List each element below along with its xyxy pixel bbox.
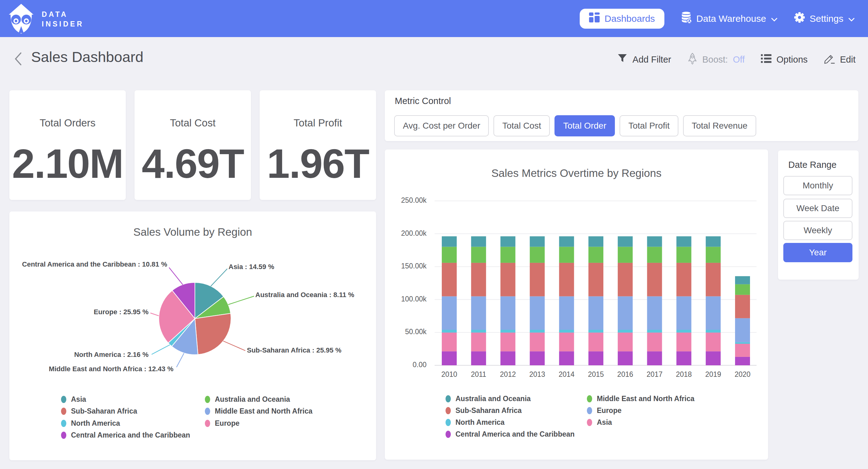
pie-slice-sub-saharan-africa[interactable] [195, 313, 231, 354]
bar-segment-2015-asia[interactable] [588, 332, 603, 351]
bar-segment-2013-central-america-and-the-caribbean[interactable] [530, 351, 545, 365]
bar-segment-2017-australia-and-oceania[interactable] [647, 236, 662, 247]
metric-option-total-cost[interactable]: Total Cost [493, 115, 550, 137]
bar-segment-2017-asia[interactable] [647, 332, 662, 351]
bar-segment-2011-australia-and-oceania[interactable] [471, 236, 486, 247]
bar-segment-2016-central-america-and-the-caribbean[interactable] [618, 351, 632, 365]
bar-segment-2019-middle-east-and-north-africa[interactable] [706, 247, 721, 263]
bar-segment-2019-asia[interactable] [706, 332, 721, 351]
bar-segment-2010-middle-east-and-north-africa[interactable] [442, 247, 457, 263]
legend-item-asia[interactable]: Asia [587, 416, 612, 428]
legend-item-australia-and-oceania[interactable]: Australia and Oceania [205, 393, 290, 405]
bar-segment-2010-sub-saharan-africa[interactable] [442, 263, 457, 296]
bar-segment-2013-asia[interactable] [530, 332, 545, 351]
bar-segment-2020-europe[interactable] [735, 318, 750, 342]
legend-item-asia[interactable]: Asia [61, 393, 86, 405]
edit-button[interactable]: Edit [824, 53, 856, 66]
bar-segment-2019-sub-saharan-africa[interactable] [706, 263, 721, 296]
bar-segment-2011-north-america[interactable] [471, 330, 486, 332]
bar-segment-2019-australia-and-oceania[interactable] [706, 236, 721, 247]
bar-segment-2014-middle-east-and-north-africa[interactable] [559, 247, 574, 263]
bar-segment-2016-asia[interactable] [618, 332, 632, 351]
bar-segment-2012-middle-east-and-north-africa[interactable] [500, 247, 515, 263]
bar-segment-2018-north-america[interactable] [677, 330, 691, 332]
bar-segment-2018-europe[interactable] [677, 296, 691, 330]
bar-segment-2015-australia-and-oceania[interactable] [588, 236, 603, 247]
bar-segment-2016-middle-east-and-north-africa[interactable] [618, 247, 632, 263]
date-range-option-week-date[interactable]: Week Date [783, 199, 852, 218]
bar-segment-2012-australia-and-oceania[interactable] [500, 236, 515, 247]
back-button[interactable] [10, 50, 26, 68]
bar-segment-2020-asia[interactable] [735, 344, 750, 357]
bar-segment-2018-australia-and-oceania[interactable] [677, 236, 691, 247]
metric-option-total-profit[interactable]: Total Profit [620, 115, 678, 137]
metric-option-avg-cost-per-order[interactable]: Avg. Cost per Order [394, 115, 489, 137]
bar-segment-2012-north-america[interactable] [500, 330, 515, 332]
bar-segment-2014-europe[interactable] [559, 296, 574, 330]
bar-segment-2020-north-america[interactable] [735, 342, 750, 344]
bar-segment-2018-central-america-and-the-caribbean[interactable] [677, 351, 691, 365]
date-range-option-year[interactable]: Year [783, 243, 852, 262]
bar-segment-2015-europe[interactable] [588, 296, 603, 330]
bar-segment-2014-central-america-and-the-caribbean[interactable] [559, 351, 574, 365]
nav-data-warehouse[interactable]: Data Warehouse [681, 11, 778, 26]
legend-item-sub-saharan-africa[interactable]: Sub-Saharan Africa [61, 405, 137, 417]
date-range-option-weekly[interactable]: Weekly [783, 221, 852, 240]
bar-segment-2012-asia[interactable] [500, 332, 515, 351]
bar-segment-2011-europe[interactable] [471, 296, 486, 330]
add-filter-button[interactable]: Add Filter [617, 53, 671, 66]
bar-segment-2010-north-america[interactable] [442, 330, 457, 332]
bar-segment-2011-sub-saharan-africa[interactable] [471, 263, 486, 296]
bar-segment-2011-asia[interactable] [471, 332, 486, 351]
legend-item-sub-saharan-africa[interactable]: Sub-Saharan Africa [445, 405, 522, 416]
metric-option-total-order[interactable]: Total Order [555, 115, 615, 137]
bar-segment-2020-sub-saharan-africa[interactable] [735, 295, 750, 318]
bar-segment-2016-europe[interactable] [618, 296, 632, 330]
bar-segment-2010-central-america-and-the-caribbean[interactable] [442, 351, 457, 365]
legend-item-middle-east-and-north-africa[interactable]: Middle East and North Africa [587, 393, 694, 405]
legend-item-europe[interactable]: Europe [587, 405, 621, 416]
nav-dashboards[interactable]: Dashboards [580, 9, 664, 29]
bar-segment-2020-australia-and-oceania[interactable] [735, 276, 750, 284]
bar-segment-2010-europe[interactable] [442, 296, 457, 330]
bar-segment-2019-north-america[interactable] [706, 330, 721, 332]
bar-segment-2020-middle-east-and-north-africa[interactable] [735, 284, 750, 295]
bar-segment-2015-north-america[interactable] [588, 330, 603, 332]
bar-segment-2020-central-america-and-the-caribbean[interactable] [735, 357, 750, 365]
bar-segment-2017-europe[interactable] [647, 296, 662, 330]
bar-segment-2015-sub-saharan-africa[interactable] [588, 263, 603, 296]
bar-segment-2013-middle-east-and-north-africa[interactable] [530, 247, 545, 263]
bar-segment-2017-central-america-and-the-caribbean[interactable] [647, 351, 662, 365]
bar-segment-2012-sub-saharan-africa[interactable] [500, 263, 515, 296]
bar-segment-2013-sub-saharan-africa[interactable] [530, 263, 545, 296]
bar-segment-2019-central-america-and-the-caribbean[interactable] [706, 351, 721, 365]
legend-item-north-america[interactable]: North America [445, 416, 505, 428]
legend-item-central-america-and-the-caribbean[interactable]: Central America and the Caribbean [61, 429, 190, 441]
bar-segment-2010-asia[interactable] [442, 332, 457, 351]
options-button[interactable]: Options [761, 54, 808, 65]
legend-item-central-america-and-the-caribbean[interactable]: Central America and the Caribbean [445, 428, 575, 440]
bar-segment-2017-north-america[interactable] [647, 330, 662, 332]
bar-segment-2015-central-america-and-the-caribbean[interactable] [588, 351, 603, 365]
bar-segment-2014-australia-and-oceania[interactable] [559, 236, 574, 247]
metric-option-total-revenue[interactable]: Total Revenue [683, 115, 756, 137]
bar-segment-2019-europe[interactable] [706, 296, 721, 330]
bar-segment-2014-north-america[interactable] [559, 330, 574, 332]
date-range-option-monthly[interactable]: Monthly [783, 176, 852, 195]
bar-segment-2011-middle-east-and-north-africa[interactable] [471, 247, 486, 263]
legend-item-australia-and-oceania[interactable]: Australia and Oceania [445, 393, 531, 405]
boost-toggle[interactable]: Boost: Off [687, 53, 745, 67]
bar-segment-2018-asia[interactable] [677, 332, 691, 351]
bar-segment-2016-australia-and-oceania[interactable] [618, 236, 632, 247]
bar-segment-2013-australia-and-oceania[interactable] [530, 236, 545, 247]
brand-logo[interactable]: DATA INSIDER [7, 3, 84, 35]
bar-segment-2012-central-america-and-the-caribbean[interactable] [500, 351, 515, 365]
nav-settings[interactable]: Settings [794, 12, 855, 25]
bar-segment-2011-central-america-and-the-caribbean[interactable] [471, 351, 486, 365]
bar-segment-2010-australia-and-oceania[interactable] [442, 236, 457, 247]
bar-segment-2016-sub-saharan-africa[interactable] [618, 263, 632, 296]
legend-item-middle-east-and-north-africa[interactable]: Middle East and North Africa [205, 405, 313, 417]
bar-segment-2016-north-america[interactable] [618, 330, 632, 332]
bar-segment-2018-middle-east-and-north-africa[interactable] [677, 247, 691, 263]
legend-item-europe[interactable]: Europe [205, 417, 240, 429]
